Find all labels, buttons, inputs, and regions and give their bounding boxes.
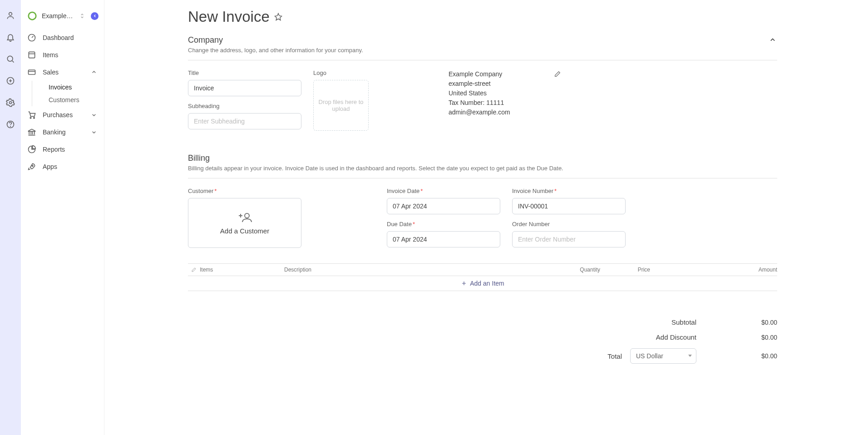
- company-section-subtitle: Change the address, logo, and other info…: [188, 47, 363, 54]
- svg-point-12: [32, 165, 33, 167]
- nav-banking[interactable]: Banking: [21, 124, 104, 141]
- search-icon[interactable]: [6, 54, 15, 64]
- total-value: $0.00: [705, 352, 777, 360]
- title-label: Title: [188, 69, 301, 76]
- nav-items[interactable]: Items: [21, 46, 104, 64]
- order-number-input[interactable]: [512, 231, 626, 247]
- bank-icon: [27, 128, 36, 137]
- subnav-customers[interactable]: Customers: [42, 94, 104, 106]
- cart-icon: [27, 110, 36, 119]
- svg-point-10: [30, 117, 31, 119]
- nav-dashboard[interactable]: Dashboard: [21, 29, 104, 46]
- invoice-number-label: Invoice Number*: [512, 188, 626, 194]
- company-section-title: Company: [188, 35, 363, 45]
- billing-section-subtitle: Billing details appear in your invoice. …: [188, 165, 563, 172]
- nav-banking-label: Banking: [43, 129, 66, 136]
- add-customer-button[interactable]: Add a Customer: [188, 198, 301, 248]
- logo-label: Logo: [313, 69, 369, 76]
- discount-value: $0.00: [705, 334, 777, 341]
- edit-company-icon[interactable]: [554, 70, 561, 78]
- svg-point-3: [10, 102, 12, 104]
- company-info-street: example-street: [449, 79, 561, 89]
- subheading-label: Subheading: [188, 103, 301, 109]
- due-date-input[interactable]: [387, 231, 500, 247]
- nav-dashboard-label: Dashboard: [43, 34, 74, 41]
- rocket-icon: [27, 162, 36, 171]
- order-number-label: Order Number: [512, 221, 626, 227]
- subtotal-value: $0.00: [705, 319, 777, 326]
- invoice-date-input[interactable]: [387, 198, 500, 214]
- items-table-header: Items Description Quantity Price Amount: [188, 263, 777, 276]
- svg-point-11: [34, 117, 35, 119]
- col-description: Description: [284, 267, 550, 273]
- subheading-input[interactable]: [188, 113, 301, 129]
- billing-section-title: Billing: [188, 153, 563, 163]
- svg-point-0: [9, 12, 12, 15]
- pencil-icon: [191, 267, 197, 272]
- help-icon[interactable]: [6, 120, 15, 129]
- plus-circle-icon[interactable]: [6, 76, 15, 85]
- svg-rect-9: [29, 70, 35, 74]
- col-amount: Amount: [650, 267, 777, 273]
- col-price: Price: [600, 267, 650, 273]
- add-item-label: Add an Item: [470, 280, 504, 287]
- company-name: Example Com…: [42, 12, 74, 20]
- divider: [188, 178, 777, 178]
- svg-point-5: [10, 126, 11, 127]
- chevron-down-icon: [90, 111, 98, 119]
- logo-dropzone[interactable]: Drop files here to upload: [313, 80, 369, 131]
- page-title-text: New Invoice: [188, 8, 270, 25]
- user-icon[interactable]: [6, 11, 15, 20]
- title-input[interactable]: [188, 80, 301, 96]
- customer-label: Customer*: [188, 188, 301, 194]
- box-icon: [27, 50, 36, 59]
- collapse-company-icon[interactable]: [768, 35, 777, 44]
- nav-purchases[interactable]: Purchases: [21, 106, 104, 124]
- company-switcher[interactable]: Example Com…: [21, 11, 104, 29]
- company-info-email: admin@example.com: [449, 108, 561, 117]
- divider: [188, 60, 777, 60]
- nav-apps-label: Apps: [43, 163, 57, 170]
- company-info-country: United States: [449, 89, 561, 98]
- invoice-date-label: Invoice Date*: [387, 188, 500, 194]
- currency-select[interactable]: US Dollar: [630, 348, 696, 364]
- company-info: Example Company example-street United St…: [449, 69, 561, 117]
- nav-reports[interactable]: Reports: [21, 141, 104, 158]
- total-label: Total: [607, 352, 622, 360]
- nav-purchases-label: Purchases: [43, 111, 73, 119]
- bell-icon[interactable]: [6, 33, 15, 42]
- gauge-icon: [27, 33, 36, 42]
- subnav-invoices[interactable]: Invoices: [42, 81, 104, 94]
- card-icon: [27, 68, 36, 77]
- gear-icon[interactable]: [6, 98, 15, 107]
- subtotal-label: Subtotal: [671, 318, 696, 326]
- col-quantity: Quantity: [550, 267, 600, 273]
- chevron-down-icon: [90, 129, 98, 136]
- totals: Subtotal $0.00 Add Discount $0.00 Total …: [188, 318, 777, 364]
- up-down-icon: [79, 13, 85, 19]
- add-customer-label: Add a Customer: [220, 227, 269, 235]
- nav-items-label: Items: [43, 51, 58, 59]
- company-info-name: Example Company: [449, 69, 561, 79]
- nav-reports-label: Reports: [43, 146, 65, 153]
- favorite-star-icon[interactable]: [274, 13, 282, 21]
- sidebar: Example Com… Dashboard Items Sales Invoi…: [21, 0, 104, 435]
- collapse-sidebar-button[interactable]: [91, 12, 99, 20]
- company-info-tax: Tax Number: 11111: [449, 98, 561, 108]
- nav-apps[interactable]: Apps: [21, 158, 104, 175]
- app-logo-icon: [27, 11, 37, 21]
- main-content: New Invoice Company Change the address, …: [104, 0, 868, 435]
- add-item-button[interactable]: Add an Item: [188, 276, 777, 291]
- icon-rail: [0, 0, 21, 435]
- due-date-label: Due Date*: [387, 221, 500, 227]
- nav-continued: Purchases Banking Reports Apps: [21, 106, 104, 175]
- pie-icon: [27, 145, 36, 154]
- add-person-icon: [237, 212, 252, 223]
- svg-rect-8: [29, 52, 35, 58]
- invoice-number-input[interactable]: [512, 198, 626, 214]
- col-items: Items: [200, 267, 284, 273]
- page-title: New Invoice: [188, 8, 282, 25]
- add-discount-button[interactable]: Add Discount: [656, 333, 696, 341]
- nav-sales[interactable]: Sales: [21, 64, 104, 81]
- nav-sales-label: Sales: [43, 69, 59, 76]
